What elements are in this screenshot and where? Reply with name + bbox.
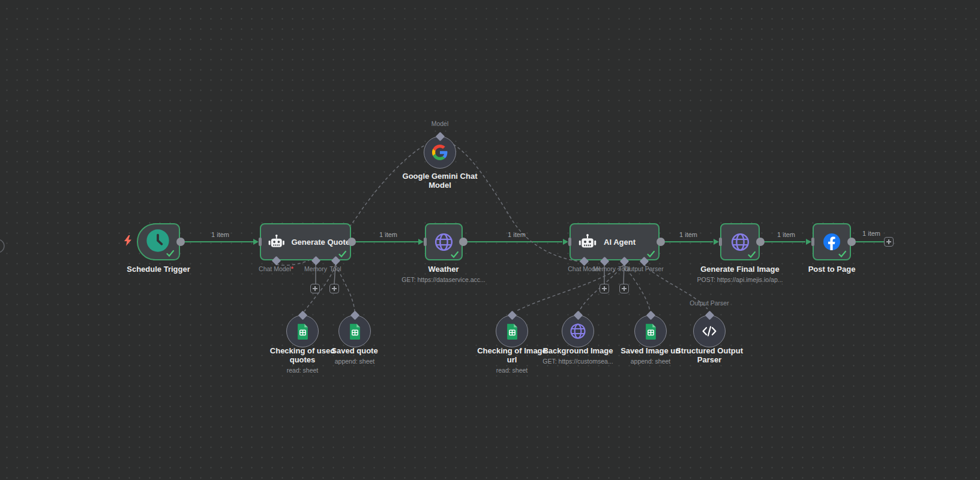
node-label-weather: Weather GET: https://dataservice.acc... (401, 265, 485, 284)
output-port[interactable] (756, 238, 765, 246)
node-post-to-page[interactable] (813, 223, 851, 260)
output-port[interactable] (347, 238, 356, 246)
node-label-generate-final-image: Generate Final Image POST: https://api.i… (697, 265, 783, 284)
input-port[interactable] (259, 238, 262, 246)
node-subtitle-text: GET: https://customsea... (543, 357, 613, 366)
connection-item-count: 1 item (211, 231, 229, 238)
connection-item-count: 1 item (508, 231, 526, 238)
port-label-memory: Memory (304, 265, 327, 272)
connection-arrow-icon (418, 239, 424, 245)
robot-icon (578, 233, 597, 251)
port-label-memory: Memory (593, 265, 616, 272)
node-title-text: Saved quote (331, 346, 377, 355)
node-schedule-trigger[interactable] (137, 223, 180, 260)
node-subtitle-text: read: sheet (475, 366, 549, 375)
node-ai-agent[interactable]: AI Agent (570, 223, 660, 260)
add-node-button[interactable] (619, 284, 629, 293)
node-title-text: Google Gemini Chat Model (403, 172, 478, 190)
input-port[interactable] (719, 238, 722, 246)
node-generate-final-image[interactable] (720, 223, 760, 260)
port-label-model: Model (431, 120, 449, 127)
code-brackets-icon (700, 322, 718, 340)
node-title-text: Structured Output Parser (676, 346, 743, 364)
port-label-tool: Tool (329, 265, 341, 272)
input-port[interactable] (424, 238, 427, 246)
success-check-icon (748, 251, 756, 258)
trigger-bolt-icon (124, 235, 132, 248)
node-subtitle-text: read: sheet (266, 366, 339, 375)
success-check-icon (338, 251, 346, 257)
port-label-output-parser: Output Parser (624, 265, 663, 272)
node-label-checking-of-used-quotes: Checking of used quotes read: sheet (266, 346, 339, 375)
globe-icon (729, 231, 751, 253)
node-title-text: Generate Final Image (700, 265, 780, 274)
connection-item-count: 1 item (862, 230, 880, 237)
node-title-text: Schedule Trigger (127, 265, 190, 274)
connection-item-count: 1 item (379, 231, 397, 238)
google-sheets-icon (348, 323, 362, 340)
add-node-button[interactable] (329, 284, 339, 293)
connection-arrow-icon (714, 239, 719, 245)
node-title-text: Generate Quote (291, 238, 350, 247)
workflow-canvas[interactable]: Schedule Trigger Generate Quote (0, 0, 980, 480)
input-port[interactable] (568, 238, 571, 246)
node-label-post-to-page: Post to Page (808, 265, 856, 274)
output-port[interactable] (176, 238, 185, 246)
port-label-chat-model: Chat Model* (259, 265, 293, 272)
globe-icon (568, 322, 588, 341)
output-port[interactable] (459, 238, 467, 246)
facebook-icon (823, 233, 840, 250)
clock-icon (145, 228, 170, 253)
google-sheets-icon (644, 323, 658, 340)
node-generate-quote[interactable]: Generate Quote (260, 223, 351, 260)
node-title-text: Background Image (543, 346, 613, 355)
google-sheets-icon (296, 323, 310, 340)
node-title-text: AI Agent (604, 238, 636, 247)
node-title-text: Post to Page (808, 265, 856, 274)
success-check-icon (647, 251, 655, 257)
success-check-icon (838, 251, 846, 257)
node-title-text: Checking of Image url (477, 346, 547, 364)
connection-arrow-icon (563, 239, 568, 245)
node-label-saved-quote: Saved quote append: sheet (331, 346, 377, 366)
success-check-icon (451, 251, 458, 258)
robot-icon (268, 233, 285, 251)
node-title-text: Weather (428, 265, 458, 274)
add-node-button[interactable] (600, 284, 609, 293)
node-label-background-image: Background Image GET: https://customsea.… (543, 346, 613, 366)
node-subtitle-text: append: sheet (331, 357, 377, 366)
node-subtitle-text: POST: https://api.imejis.io/ap... (697, 275, 783, 284)
node-label-schedule-trigger: Schedule Trigger (127, 265, 190, 274)
connection-arrow-icon (253, 239, 259, 245)
node-subtitle-text: GET: https://dataservice.acc... (401, 275, 485, 284)
required-marker: * (291, 265, 293, 272)
output-port[interactable] (847, 238, 856, 246)
input-port[interactable] (811, 238, 814, 246)
node-title-text: Checking of used quotes (270, 346, 335, 364)
globe-icon (433, 231, 455, 253)
google-logo-icon (432, 145, 448, 160)
edge-partial-circle (0, 239, 4, 253)
connection-item-count: 1 item (679, 231, 697, 238)
node-label-structured-output-parser: Structured Output Parser (671, 346, 748, 364)
success-check-icon (166, 250, 174, 257)
output-port[interactable] (657, 238, 665, 246)
connection-item-count: 1 item (777, 231, 795, 238)
node-label-google-gemini: Google Gemini Chat Model (400, 172, 479, 190)
google-sheets-icon (505, 323, 519, 340)
port-label-output-parser: Output Parser (690, 299, 729, 307)
add-node-button[interactable] (884, 237, 894, 247)
node-weather[interactable] (425, 223, 463, 260)
connection-arrow-icon (806, 239, 811, 245)
add-node-button[interactable] (310, 284, 320, 293)
node-label-checking-of-image-url: Checking of Image url read: sheet (475, 346, 549, 375)
